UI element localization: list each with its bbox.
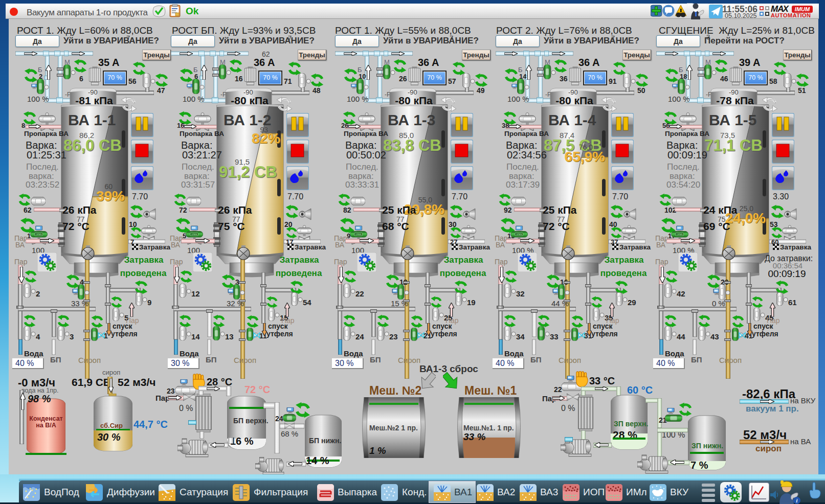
svg-text:OPEN: OPEN xyxy=(36,233,42,236)
svg-text:OPEN: OPEN xyxy=(677,233,683,236)
svg-text:i: i xyxy=(796,498,798,503)
svg-text:OPEN: OPEN xyxy=(516,233,522,236)
svg-text:OPEN: OPEN xyxy=(191,233,197,236)
svg-text:OPEN: OPEN xyxy=(355,233,362,236)
